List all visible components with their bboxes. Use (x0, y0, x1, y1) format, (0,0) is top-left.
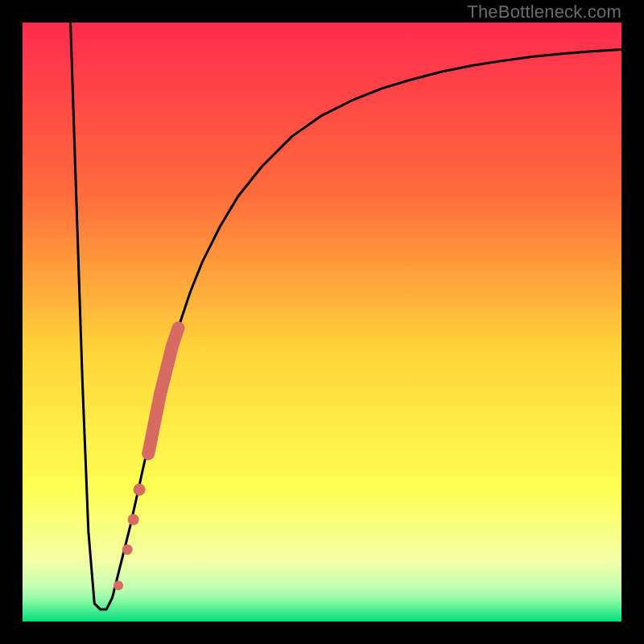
bottleneck-curve (71, 23, 621, 609)
marker-dot (114, 580, 123, 590)
plot-area (23, 23, 621, 621)
marker-band (148, 328, 178, 453)
watermark-text: TheBottleneck.com (467, 2, 621, 23)
marker-dot (122, 544, 133, 555)
marker-dot (134, 484, 146, 496)
marker-dot (128, 514, 139, 526)
curve-layer (23, 23, 621, 621)
chart-frame: TheBottleneck.com (0, 0, 644, 644)
